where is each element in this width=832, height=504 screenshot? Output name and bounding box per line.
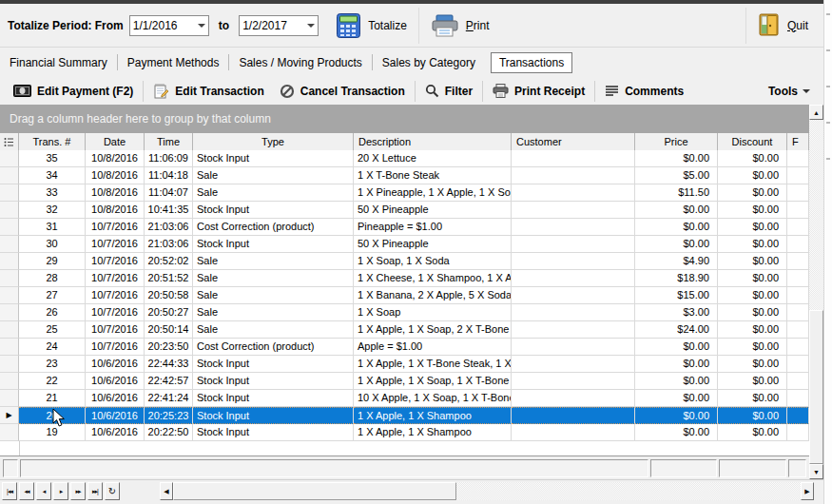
table-cell: $0.00 bbox=[718, 270, 787, 287]
cancel-transaction-button[interactable]: Cancel Transaction bbox=[272, 80, 413, 103]
table-cell bbox=[512, 304, 635, 321]
table-cell: $0.00 bbox=[718, 184, 787, 202]
printer-icon bbox=[493, 84, 509, 98]
column-header-f[interactable]: F bbox=[787, 133, 809, 150]
chevron-down-icon[interactable] bbox=[198, 24, 205, 28]
table-cell: $0.00 bbox=[718, 304, 787, 321]
scroll-up-button[interactable]: ▲ bbox=[809, 105, 823, 120]
row-indicator-cell bbox=[0, 236, 19, 253]
column-header-discount[interactable]: Discount bbox=[718, 133, 787, 150]
totalize-button[interactable]: Totalize bbox=[330, 10, 413, 41]
edit-payment-button[interactable]: Edit Payment (F2) bbox=[6, 80, 141, 103]
table-cell: $0.00 bbox=[718, 150, 787, 167]
row-indicator-cell bbox=[0, 150, 19, 167]
nav-last-button[interactable]: ▸▸| bbox=[87, 482, 103, 500]
nav-first-button[interactable]: |◂◂ bbox=[2, 482, 17, 500]
table-row[interactable]: 2610/7/201620:50:27Sale1 X Soap$3.00$0.0… bbox=[0, 304, 809, 321]
tab-sales-moving-products[interactable]: Sales / Moving Products bbox=[229, 52, 371, 73]
nav-prev-button[interactable]: ◂ bbox=[36, 482, 51, 500]
scroll-right-button[interactable]: ▶ bbox=[801, 482, 814, 500]
vertical-scroll-thumb[interactable] bbox=[809, 310, 823, 464]
column-header-description[interactable]: Description bbox=[354, 133, 512, 150]
to-date-value: 1/2/2017 bbox=[242, 19, 305, 32]
table-row[interactable]: 2310/6/201622:44:33Stock Input1 X Apple,… bbox=[0, 356, 809, 373]
tab-payment-methods[interactable]: Payment Methods bbox=[118, 52, 229, 73]
nav-refresh-button[interactable]: ↻ bbox=[105, 482, 120, 500]
table-cell bbox=[512, 219, 635, 236]
nav-next-button[interactable]: ▸ bbox=[53, 482, 68, 500]
transactions-table: 3510/8/201611:06:09Stock Input20 X Lettu… bbox=[0, 150, 809, 441]
table-row[interactable]: 2210/6/201622:42:57Stock Input1 X Apple,… bbox=[0, 373, 809, 390]
horizontal-scroll-thumb[interactable] bbox=[173, 482, 456, 500]
tab-transactions[interactable]: Transactions bbox=[491, 52, 572, 73]
from-date-picker[interactable]: 1/1/2016 bbox=[129, 15, 209, 36]
table-cell: Sale bbox=[193, 321, 354, 339]
chevron-down-icon[interactable] bbox=[307, 24, 315, 28]
comments-button[interactable]: Comments bbox=[597, 80, 691, 103]
table-row[interactable]: 2110/6/201622:41:24Stock Input10 X Apple… bbox=[0, 390, 809, 407]
quit-button[interactable]: Quit bbox=[752, 10, 814, 40]
nav-next-page-button[interactable]: ▸▸ bbox=[70, 482, 86, 500]
horizontal-scrollbar[interactable]: ◀ ▶ bbox=[160, 482, 814, 500]
table-cell bbox=[787, 356, 809, 373]
table-cell: $0.00 bbox=[635, 390, 718, 407]
table-row[interactable]: 2710/7/201620:50:58Sale1 X Banana, 2 X A… bbox=[0, 287, 809, 304]
table-row[interactable]: 3010/7/201621:03:06Stock Input50 X Pinea… bbox=[0, 236, 809, 253]
table-cell: 1 X Soap bbox=[354, 304, 512, 321]
tab-sales-by-category[interactable]: Sales by Category bbox=[373, 52, 485, 73]
column-header-price[interactable]: Price bbox=[635, 133, 718, 150]
nav-prev-page-button[interactable]: ◂◂ bbox=[19, 482, 34, 500]
table-row[interactable]: 2410/7/201620:23:50Cost Correction (prod… bbox=[0, 339, 809, 356]
tab-financial-summary[interactable]: Financial Summary bbox=[0, 52, 117, 73]
filter-button[interactable]: Filter bbox=[417, 80, 480, 103]
table-row[interactable]: 3410/8/201611:04:18Sale1 X T-Bone Steak$… bbox=[0, 167, 809, 184]
scroll-down-button[interactable]: ▼ bbox=[809, 464, 823, 479]
column-header-time[interactable]: Time bbox=[145, 133, 193, 150]
quit-label: Quit bbox=[787, 19, 808, 32]
table-cell: Sale bbox=[193, 253, 354, 270]
table-row[interactable]: 2510/7/201620:50:14Sale1 X Apple, 1 X So… bbox=[0, 321, 809, 339]
table-cell: $0.00 bbox=[635, 150, 718, 167]
calculator-icon bbox=[336, 13, 361, 38]
table-cell bbox=[512, 390, 635, 407]
table-cell: $0.00 bbox=[718, 390, 787, 407]
group-by-bar[interactable]: Drag a column header here to group by th… bbox=[0, 105, 809, 133]
vertical-scrollbar[interactable]: ▲ ▼ bbox=[809, 105, 823, 479]
row-indicator-header-icon bbox=[0, 133, 19, 150]
table-cell: Sale bbox=[193, 184, 354, 202]
column-header-type[interactable]: Type bbox=[193, 133, 354, 150]
table-cell bbox=[512, 167, 635, 184]
table-cell: 24 bbox=[19, 339, 86, 356]
text-lines-icon bbox=[605, 85, 619, 97]
totalize-toolbar: Totalize Period: From 1/1/2016 to 1/2/20… bbox=[0, 4, 823, 48]
table-row[interactable]: 3510/8/201611:06:09Stock Input20 X Lettu… bbox=[0, 150, 809, 167]
print-receipt-button[interactable]: Print Receipt bbox=[485, 80, 592, 103]
column-header-trans-[interactable]: Trans. # bbox=[19, 133, 86, 150]
scroll-left-button[interactable]: ◀ bbox=[160, 482, 173, 500]
exit-door-icon bbox=[758, 13, 781, 37]
grid-footer bbox=[0, 456, 809, 479]
table-cell: $0.00 bbox=[718, 202, 787, 219]
table-row[interactable]: 2910/7/201620:52:02Sale1 X Soap, 1 X Sod… bbox=[0, 253, 809, 270]
column-header-date[interactable]: Date bbox=[86, 133, 145, 150]
table-row[interactable]: 2810/7/201620:51:52Sale1 X Cheese, 1 X S… bbox=[0, 270, 809, 287]
table-cell: $11.50 bbox=[635, 184, 718, 202]
to-date-picker[interactable]: 1/2/2017 bbox=[239, 15, 319, 36]
print-button[interactable]: Print bbox=[425, 11, 495, 40]
table-row-selected[interactable]: ▶2010/6/201620:25:23Stock Input1 X Apple… bbox=[0, 407, 809, 424]
edit-transaction-button[interactable]: Edit Transaction bbox=[145, 80, 271, 103]
table-cell: 10/7/2016 bbox=[86, 304, 145, 321]
table-cell: 10/7/2016 bbox=[86, 253, 145, 270]
table-cell bbox=[512, 356, 635, 373]
table-cell: 34 bbox=[19, 167, 86, 184]
table-row[interactable]: 3310/8/201611:04:07Sale1 X Pineapple, 1 … bbox=[0, 184, 809, 202]
table-cell bbox=[512, 407, 635, 424]
table-cell bbox=[787, 407, 809, 424]
table-row[interactable]: 3210/8/201610:41:35Stock Input50 X Pinea… bbox=[0, 202, 809, 219]
table-row[interactable]: 3110/7/201621:03:06Cost Correction (prod… bbox=[0, 219, 809, 236]
column-header-customer[interactable]: Customer bbox=[512, 133, 635, 150]
table-cell: 25 bbox=[19, 321, 86, 339]
tools-dropdown[interactable]: Tools bbox=[768, 85, 810, 98]
table-cell: $0.00 bbox=[718, 236, 787, 253]
table-row[interactable]: 1910/6/201620:22:50Stock Input1 X Apple,… bbox=[0, 424, 809, 441]
